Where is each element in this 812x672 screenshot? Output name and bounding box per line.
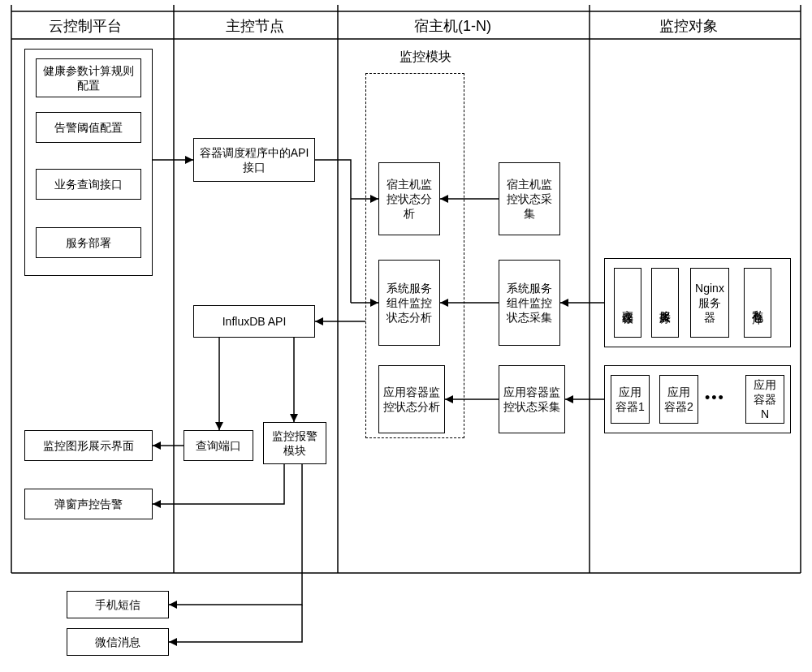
app-container-n: 应用容器N [745,375,784,424]
host-status-collect: 宿主机监控状态采集 [499,162,560,235]
access-service-label: 接入服务 [658,301,672,304]
col-header-monitored-object: 监控对象 [659,16,718,36]
col-header-host-machine: 宿主机(1-N) [414,16,491,36]
access-service: 接入服务 [651,268,679,338]
biz-query-interface: 业务查询接口 [36,169,141,200]
sys-service-status-analysis: 系统服务组件监控状态分析 [378,260,440,346]
high-speed-cache-label: 高速缓存 [620,301,635,304]
service-deploy: 服务部署 [36,227,141,258]
app-container-status-analysis: 应用容器监控状态分析 [378,365,445,433]
sys-service-status-collect: 系统服务组件监控状态采集 [499,260,560,346]
nginx-server-label: Nginx服务器 [695,281,724,325]
app-container-status-collect: 应用容器监控状态采集 [499,365,565,433]
popup-audio-alarm: 弹窗声控告警 [24,489,153,519]
influxdb-api: InfluxDB API [193,305,315,338]
private-repo-label: 私有仓库 [750,301,765,304]
col-header-master-node: 主控节点 [226,16,284,36]
sms-notify: 手机短信 [67,591,169,618]
app-container-ellipsis: ••• [705,390,725,407]
app-container-2: 应用容器2 [659,375,698,424]
high-speed-cache: 高速缓存 [614,268,641,338]
monitor-module-title: 监控模块 [400,49,451,66]
col-header-cloud-platform: 云控制平台 [49,16,122,36]
container-scheduler-api: 容器调度程序中的API接口 [193,138,315,182]
wechat-notify: 微信消息 [67,628,169,656]
private-repo: 私有仓库 [744,268,771,338]
app-container-1: 应用容器1 [611,375,650,424]
host-status-analysis: 宿主机监控状态分析 [378,162,440,235]
health-param-config: 健康参数计算规则配置 [36,58,141,97]
query-port: 查询端口 [184,430,253,461]
monitor-graph-ui: 监控图形展示界面 [24,430,153,461]
alarm-threshold-config: 告警阈值配置 [36,112,141,143]
monitor-alarm-module: 监控报警模块 [263,422,326,464]
nginx-server: Nginx服务器 [690,268,729,338]
